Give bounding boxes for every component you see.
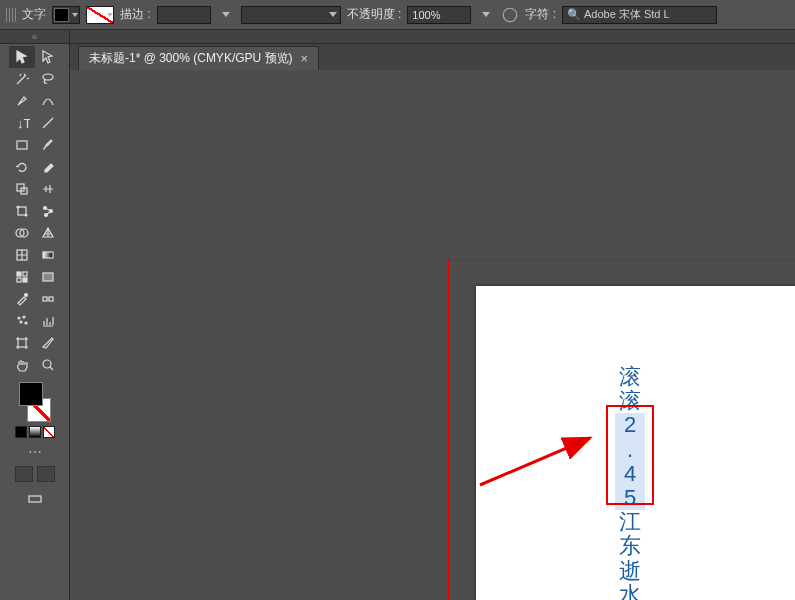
pattern-tool[interactable] (9, 266, 35, 288)
tools-collapse-icon[interactable]: « (0, 30, 70, 43)
lasso-tool[interactable] (35, 68, 61, 90)
document-area: 未标题-1* @ 300% (CMYK/GPU 预览) × 滚滚2.45江东逝水 (70, 44, 795, 600)
svg-rect-30 (29, 496, 41, 502)
eyedropper-tool[interactable] (9, 288, 35, 310)
slice-tool[interactable] (35, 332, 61, 354)
opacity-stepper-icon[interactable] (477, 6, 495, 24)
svg-point-7 (17, 206, 19, 208)
stroke-weight-input[interactable] (157, 6, 211, 24)
font-name: Adobe 宋体 Std L (584, 7, 670, 22)
svg-point-27 (25, 322, 27, 324)
annotation-box (606, 405, 654, 505)
selection-tool[interactable] (9, 46, 35, 68)
svg-point-24 (18, 317, 20, 319)
style-icon[interactable] (501, 6, 519, 24)
svg-rect-16 (17, 272, 21, 276)
options-bar: 文字 描边 : 不透明度 : 字符 : 🔍 Adobe 宋体 Std L (0, 0, 795, 30)
gradient-tool[interactable] (35, 244, 61, 266)
eraser-tool[interactable] (35, 156, 61, 178)
rotate-tool[interactable] (9, 156, 35, 178)
color-mode-row (15, 426, 55, 438)
stroke-swatch[interactable] (86, 6, 114, 24)
glyph: 滚 (615, 365, 645, 389)
charset-label: 字符 : (525, 6, 556, 23)
perspective-tool[interactable] (35, 222, 61, 244)
svg-point-25 (23, 316, 25, 318)
search-icon: 🔍 (567, 8, 581, 21)
svg-point-26 (20, 321, 22, 323)
scale-tool[interactable] (9, 178, 35, 200)
document-tab[interactable]: 未标题-1* @ 300% (CMYK/GPU 预览) × (78, 46, 319, 70)
color-mode-none[interactable] (43, 426, 55, 438)
symbol-spray-tool[interactable] (9, 310, 35, 332)
glyph: 东 (615, 534, 645, 558)
svg-rect-18 (17, 278, 21, 282)
svg-rect-19 (23, 278, 27, 282)
opacity-label: 不透明度 : (347, 6, 402, 23)
svg-rect-22 (43, 297, 47, 301)
svg-point-0 (504, 8, 518, 22)
line-tool[interactable] (35, 112, 61, 134)
shape-builder-tool[interactable] (9, 222, 35, 244)
main-area: ↓T ⋯ 未标题-1* @ 300% (C (0, 44, 795, 600)
full-screen-mode[interactable] (37, 466, 55, 482)
pen-tool[interactable] (9, 90, 35, 112)
edit-toolbar-icon[interactable] (9, 488, 61, 510)
svg-rect-23 (49, 297, 53, 301)
svg-line-31 (480, 438, 590, 485)
normal-screen-mode[interactable] (15, 466, 33, 482)
glyph: 水 (615, 583, 645, 600)
svg-rect-6 (18, 207, 26, 215)
brush-tool[interactable] (35, 134, 61, 156)
magic-wand-tool[interactable] (9, 68, 35, 90)
mesh-tool[interactable] (9, 244, 35, 266)
rectangle-tool[interactable] (9, 134, 35, 156)
glyph: 江 (615, 510, 645, 534)
hand-tool[interactable] (9, 354, 35, 376)
artboard-tool[interactable] (9, 332, 35, 354)
fill-stroke-control[interactable] (13, 382, 57, 422)
ruler-strip: « (0, 30, 795, 44)
direct-selection-tool[interactable] (35, 46, 61, 68)
screen-mode-row (15, 466, 55, 482)
svg-rect-17 (23, 272, 27, 276)
glyph: 逝 (615, 559, 645, 583)
opacity-input[interactable] (407, 6, 471, 24)
grip-icon (6, 8, 16, 22)
tab-title: 未标题-1* @ 300% (CMYK/GPU 预览) (89, 50, 293, 67)
swatch-tool[interactable] (35, 266, 61, 288)
zoom-tool[interactable] (35, 354, 61, 376)
svg-rect-3 (17, 141, 27, 149)
annotation-arrow-icon (475, 430, 605, 490)
svg-rect-15 (43, 252, 53, 258)
svg-text:↓T: ↓T (17, 116, 30, 131)
svg-point-29 (43, 360, 51, 368)
color-mode-gradient[interactable] (29, 426, 41, 438)
graph-tool[interactable] (35, 310, 61, 332)
svg-point-8 (25, 214, 27, 216)
curvature-tool[interactable] (35, 90, 61, 112)
close-icon[interactable]: × (301, 51, 309, 66)
fill-swatch[interactable] (52, 6, 80, 24)
fill-box[interactable] (19, 382, 43, 406)
svg-rect-20 (43, 273, 53, 281)
canvas[interactable]: 滚滚2.45江东逝水 (70, 70, 795, 600)
tools-panel: ↓T ⋯ (0, 44, 70, 600)
brush-definition-dropdown[interactable] (241, 6, 341, 24)
more-tools-icon[interactable]: ⋯ (28, 444, 42, 460)
stroke-stepper-icon[interactable] (217, 6, 235, 24)
color-mode-solid[interactable] (15, 426, 27, 438)
blend-tool[interactable] (35, 288, 61, 310)
type-tool[interactable]: ↓T (9, 112, 35, 134)
puppet-tool[interactable] (35, 200, 61, 222)
panel-label: 文字 (22, 6, 46, 23)
width-tool[interactable] (35, 178, 61, 200)
stroke-label: 描边 : (120, 6, 151, 23)
svg-point-21 (24, 294, 27, 297)
svg-point-1 (43, 74, 53, 80)
document-tabs: 未标题-1* @ 300% (CMYK/GPU 预览) × (70, 44, 795, 70)
free-transform-tool[interactable] (9, 200, 35, 222)
svg-rect-28 (18, 339, 26, 347)
font-family-field[interactable]: 🔍 Adobe 宋体 Std L (562, 6, 717, 24)
